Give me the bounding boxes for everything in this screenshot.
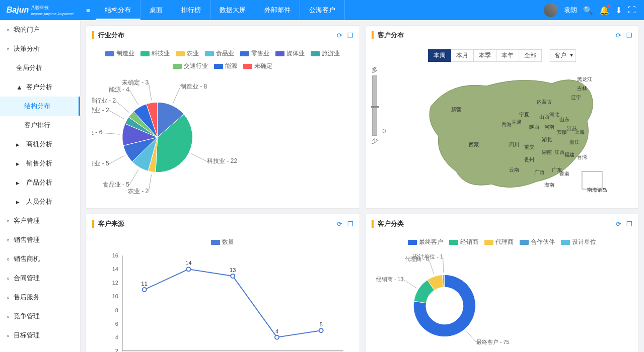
svg-text:湖南: 湖南: [542, 149, 552, 155]
legend-item[interactable]: 零售业: [240, 49, 269, 58]
legend-item[interactable]: 设计单位: [561, 238, 596, 246]
sidebar-item-5[interactable]: 客户排行: [0, 116, 80, 135]
industry-legend: 制造业科技业农业食品业零售业媒体业旅游业交通行业能源未确定: [92, 49, 353, 70]
legend-item[interactable]: 数量: [211, 238, 234, 246]
panel-title: 客户分类: [378, 219, 616, 228]
sidebar-item-7[interactable]: ▸销售分析: [0, 154, 80, 173]
svg-text:海南: 海南: [544, 182, 554, 188]
service-icon: ▫: [7, 294, 10, 301]
legend-item[interactable]: 制造业: [105, 49, 134, 58]
legend-item[interactable]: 交通行业: [173, 62, 208, 70]
legend-item[interactable]: 合作伙伴: [520, 238, 555, 246]
filter-1[interactable]: 本月: [451, 49, 474, 62]
svg-line-1: [191, 154, 207, 161]
svg-text:黑龙江: 黑龙江: [577, 76, 592, 82]
sidebar-item-14[interactable]: ▫售后服务: [0, 288, 80, 307]
svg-text:旅游业 - 2: 旅游业 - 2: [92, 107, 109, 114]
legend-item[interactable]: 经销商: [449, 238, 478, 246]
tab-1[interactable]: 桌面: [140, 0, 172, 20]
caret-icon: ▸: [16, 160, 20, 167]
sidebar-item-10[interactable]: ▫客户管理: [0, 211, 80, 230]
china-map[interactable]: 黑龙江吉林辽宁新疆内蒙古宁夏山西河北山东青海甘肃陕西河南安徽江苏上海西藏四川重庆…: [391, 66, 632, 197]
maximize-icon[interactable]: ❐: [626, 32, 632, 39]
svg-line-6: [109, 111, 125, 119]
refresh-icon[interactable]: ⟳: [616, 32, 621, 39]
sidebar-item-1[interactable]: ▫决策分析: [0, 39, 80, 58]
svg-text:福建: 福建: [564, 152, 575, 157]
svg-text:上海: 上海: [575, 129, 585, 135]
svg-text:南海诸岛: 南海诸岛: [587, 187, 607, 193]
tab-5[interactable]: 公海客户: [300, 0, 345, 20]
sidebar-item-4[interactable]: 结构分布: [0, 97, 80, 116]
sidebar-item-15[interactable]: ▫竞争管理: [0, 307, 80, 326]
sidebar-item-2[interactable]: 全局分析: [0, 58, 80, 77]
avatar[interactable]: [544, 3, 558, 17]
region-select[interactable]: 客户 ▾: [550, 49, 576, 62]
tab-0[interactable]: 结构分布: [96, 0, 140, 20]
legend-item[interactable]: 农业: [176, 49, 199, 58]
filter-3[interactable]: 本年: [496, 49, 519, 62]
bell-icon[interactable]: 🔔: [599, 6, 609, 15]
legend-item[interactable]: 未确定: [243, 62, 272, 70]
svg-text:科技业 - 22: 科技业 - 22: [207, 157, 237, 164]
legend-item[interactable]: 媒体业: [275, 49, 305, 58]
sidebar-item-9[interactable]: ▸人员分析: [0, 192, 80, 211]
svg-text:14: 14: [185, 260, 191, 266]
filter-2[interactable]: 本季: [474, 49, 496, 62]
sidebar-item-16[interactable]: ▫目标管理: [0, 326, 80, 345]
svg-line-8: [129, 90, 138, 105]
maximize-icon[interactable]: ❐: [347, 220, 353, 228]
legend-item[interactable]: 代理商: [484, 238, 514, 246]
sidebar-item-3[interactable]: ▲客户分析: [0, 77, 80, 97]
svg-text:16: 16: [112, 252, 118, 258]
category-donut: 最终客户 - 75经销商 - 13代理商 - 8设计单位 - 1: [372, 250, 633, 352]
svg-line-7: [116, 101, 129, 113]
svg-text:12: 12: [112, 280, 118, 286]
tab-3[interactable]: 数据大屏: [210, 0, 255, 20]
tab-2[interactable]: 排行榜: [172, 0, 210, 20]
download-icon[interactable]: ⬇: [615, 6, 622, 15]
region-filter-row: 本周本月本季本年全部 客户 ▾: [372, 49, 633, 62]
filter-4[interactable]: 全部: [519, 49, 542, 62]
legend-item[interactable]: 食品业: [205, 49, 234, 58]
svg-text:8: 8: [115, 307, 118, 313]
refresh-icon[interactable]: ⟳: [337, 32, 342, 39]
sidebar-item-8[interactable]: ▸产品分析: [0, 173, 80, 192]
svg-text:辽宁: 辽宁: [571, 95, 581, 100]
sidebar-item-11[interactable]: ▫销售管理: [0, 230, 80, 249]
panel-source: 客户来源 ⟳ ❐ 数量 246810121416电话咨询11客户推荐14网络广告…: [86, 214, 360, 352]
building-icon: ▫: [7, 217, 10, 225]
tab-4[interactable]: 外部邮件: [255, 0, 300, 20]
panel-title: 客户分布: [378, 31, 616, 40]
sidebar-item-13[interactable]: ▫合同管理: [0, 269, 80, 288]
refresh-icon[interactable]: ⟳: [337, 220, 342, 228]
maximize-icon[interactable]: ❐: [626, 220, 632, 228]
legend-item[interactable]: 旅游业: [311, 49, 340, 58]
svg-text:能源 - 4: 能源 - 4: [109, 86, 130, 93]
svg-line-0: [173, 87, 180, 103]
svg-text:云南: 云南: [509, 167, 519, 172]
user-name[interactable]: 袁朗: [564, 6, 577, 15]
legend-item[interactable]: 最终客户: [408, 238, 443, 246]
svg-text:媒体业 - 6: 媒体业 - 6: [92, 129, 103, 136]
search-icon[interactable]: 🔍: [583, 6, 593, 15]
svg-line-79: [403, 280, 416, 288]
svg-text:山东: 山东: [559, 117, 569, 122]
svg-text:11: 11: [141, 281, 148, 287]
maximize-icon[interactable]: ❐: [347, 32, 353, 39]
menu-toggle-icon[interactable]: ≡: [81, 7, 96, 14]
svg-text:13: 13: [230, 267, 236, 273]
sidebar-item-6[interactable]: ▸商机分析: [0, 135, 80, 154]
legend-item[interactable]: 能源: [214, 62, 237, 70]
filter-0[interactable]: 本周: [428, 49, 451, 62]
expand-icon[interactable]: ⛶: [628, 6, 636, 15]
sidebar-item-0[interactable]: ▫我的门户: [0, 20, 80, 39]
svg-text:广西: 广西: [534, 169, 544, 175]
svg-text:零售业 - 5: 零售业 - 5: [92, 160, 109, 167]
svg-point-67: [186, 267, 190, 271]
svg-line-4: [109, 155, 125, 164]
header-right: 袁朗 🔍 🔔 ⬇ ⛶: [544, 3, 644, 17]
refresh-icon[interactable]: ⟳: [616, 220, 621, 228]
legend-item[interactable]: 科技业: [140, 49, 170, 58]
sidebar-item-12[interactable]: ▫销售商机: [0, 249, 80, 269]
